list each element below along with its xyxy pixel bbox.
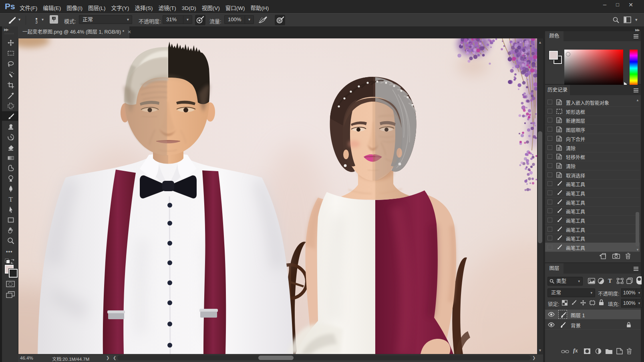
svg-text:T: T — [9, 196, 13, 203]
